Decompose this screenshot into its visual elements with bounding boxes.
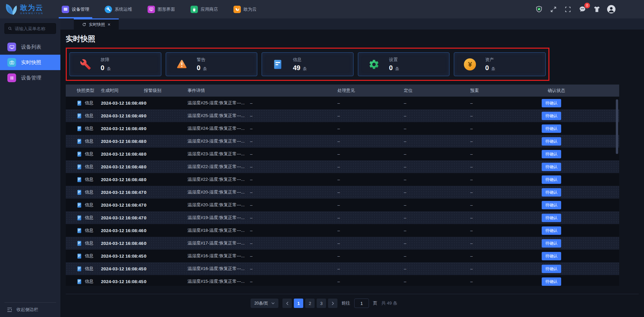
prev-page-button[interactable] [282, 299, 292, 308]
confirm-status-button[interactable]: 待确认 [542, 226, 561, 235]
confirm-status-button[interactable]: 待确认 [542, 124, 561, 133]
stat-card-fault[interactable]: 故障 0条 [69, 52, 161, 76]
page-button-3[interactable]: 3 [317, 299, 326, 308]
plan-cell: – [470, 228, 542, 233]
page-button-2[interactable]: 2 [305, 299, 315, 308]
event-trailing-dash: – [250, 164, 252, 169]
confirm-status-button[interactable]: 待确认 [542, 265, 561, 273]
level-cell: 0 [144, 254, 187, 259]
confirm-status-button[interactable]: 待确认 [542, 214, 561, 222]
page-size-select[interactable]: 20条/页 [251, 299, 278, 308]
level-cell: 0 [144, 241, 187, 246]
close-icon[interactable]: × [108, 22, 110, 27]
menu-search-box[interactable] [4, 23, 56, 34]
info-doc-icon [77, 100, 82, 106]
warning-icon [175, 58, 188, 71]
nav-item-device-management[interactable]: 设备管理 [62, 0, 89, 18]
graphic-interface-icon [148, 6, 155, 13]
plan-cell: – [470, 139, 542, 144]
fullscreen-icon[interactable] [549, 5, 558, 14]
time-cell: 2024-03-12 16:08:46 [101, 241, 144, 246]
divider [4, 302, 56, 303]
next-page-button[interactable] [328, 299, 337, 308]
brand-name: 敢为云 [20, 4, 44, 11]
snapshot-type-label: 信息 [85, 227, 94, 233]
asset-yen-icon: ¥ [464, 58, 476, 71]
table-row[interactable]: 信息 2024-03-12 16:08:45 0 温湿度#15-湿度:恢复正常-… [66, 275, 619, 286]
col-location: 定位 [404, 88, 470, 94]
confirm-status-button[interactable]: 待确认 [542, 137, 561, 146]
confirm-status-button[interactable]: 待确认 [542, 239, 561, 248]
table-row[interactable]: 信息 2024-03-12 16:08:45 0 温湿度#16-温度:恢复正常-… [66, 262, 619, 275]
nav-item-graphic-interface[interactable]: 图形界面 [148, 0, 175, 18]
sidebar-item-device-list[interactable]: 设备列表 [0, 39, 60, 55]
location-cell: – [404, 215, 470, 220]
status-cell: 待确认 [542, 252, 619, 260]
avatar[interactable] [607, 5, 615, 14]
stat-card-info[interactable]: 信息 49条 [262, 52, 354, 76]
time-cell: 2024-03-12 16:08:48 [101, 164, 144, 169]
table-row[interactable]: 信息 2024-03-12 16:08:46 0 温湿度#17-温度:恢复正常-… [66, 237, 619, 250]
info-doc-icon [77, 113, 82, 119]
refresh-icon[interactable] [82, 22, 86, 27]
nav-item-app-store[interactable]: 应用商店 [191, 0, 218, 18]
table-row[interactable]: 信息 2024-03-12 16:08:48 0 温湿度#22-温度:恢复正常-… [66, 173, 619, 186]
snapshot-type-cell: 信息 [66, 202, 101, 208]
stat-unit: 条 [303, 66, 307, 72]
plan-cell: – [470, 177, 542, 182]
table-row[interactable]: 信息 2024-03-12 16:08:47 0 温湿度#20-温度:恢复正常-… [66, 199, 619, 211]
table-scrollbar-thumb[interactable] [616, 99, 618, 154]
page-button-1[interactable]: 1 [294, 299, 303, 308]
nav-item-system-ops[interactable]: 系统运维 [105, 0, 132, 18]
opinion-cell: – [337, 279, 404, 284]
confirm-status-button[interactable]: 待确认 [542, 112, 561, 120]
confirm-status-button[interactable]: 待确认 [542, 163, 561, 171]
table-row[interactable]: 信息 2024-03-12 16:08:49 0 温湿度#24-温度:恢复正常-… [66, 122, 619, 135]
confirm-status-button[interactable]: 待确认 [542, 252, 561, 260]
confirm-status-button[interactable]: 待确认 [542, 99, 561, 107]
info-doc-icon [77, 266, 82, 272]
security-shield-icon[interactable] [535, 5, 543, 14]
table-row[interactable]: 信息 2024-03-12 16:08:48 0 温湿度#22-湿度:恢复正常-… [66, 160, 619, 173]
time-cell: 2024-03-12 16:08:48 [101, 152, 144, 157]
collapse-sidebar-button[interactable]: 收起侧边栏 [0, 307, 60, 313]
tab-realtime-snapshot[interactable]: 实时快照 × [74, 18, 119, 30]
time-cell: 2024-03-12 16:08:49 [101, 126, 144, 131]
level-cell: 0 [144, 101, 187, 106]
event-text: 温湿度#18-温度:恢复正常---... [187, 227, 245, 233]
search-input[interactable] [15, 26, 52, 31]
table-row[interactable]: 信息 2024-03-12 16:08:47 0 温湿度#20-湿度:恢复正常-… [66, 186, 619, 199]
table-row[interactable]: 信息 2024-03-12 16:08:45 0 温湿度#16-湿度:恢复正常-… [66, 250, 619, 262]
confirm-status-button[interactable]: 待确认 [542, 201, 561, 209]
goto-page-input[interactable] [354, 299, 369, 308]
opinion-cell: – [337, 113, 404, 118]
sidebar-item-realtime-snapshot[interactable]: 实时快照 [0, 55, 60, 70]
nav-item-ganweiyun[interactable]: 敢为云 [233, 0, 257, 18]
theme-tshirt-icon[interactable] [592, 5, 601, 14]
nav-label: 图形界面 [158, 6, 175, 12]
stat-card-assets[interactable]: ¥ 资产 0条 [454, 52, 546, 76]
snapshot-type-cell: 信息 [66, 253, 101, 259]
table-row[interactable]: 信息 2024-03-12 16:08:48 0 温湿度#23-湿度:恢复正常-… [66, 135, 619, 148]
stat-card-settings[interactable]: 设置 0条 [358, 52, 450, 76]
screenshot-frame-icon[interactable] [564, 5, 572, 14]
time-cell: 2024-03-12 16:08:45 [101, 279, 144, 284]
table-row[interactable]: 信息 2024-03-12 16:08:47 0 温湿度#19-温度:恢复正常-… [66, 211, 619, 224]
message-icon[interactable]: 0 [578, 5, 587, 14]
status-cell: 待确认 [542, 99, 619, 107]
event-trailing-dash: – [250, 215, 252, 220]
confirm-status-button[interactable]: 待确认 [542, 150, 561, 158]
confirm-status-button[interactable]: 待确认 [542, 175, 561, 184]
sidebar-item-device-management[interactable]: 设备管理 [0, 70, 60, 86]
info-doc-icon [271, 58, 284, 71]
table-row[interactable]: 信息 2024-03-12 16:08:46 0 温湿度#18-温度:恢复正常-… [66, 224, 619, 237]
table-row[interactable]: 信息 2024-03-12 16:08:49 0 温湿度#25-温度:恢复正常-… [66, 109, 619, 122]
table-row[interactable]: 信息 2024-03-12 16:08:49 0 温湿度#25-湿度:恢复正常-… [66, 97, 619, 109]
nav-label: 应用商店 [201, 6, 218, 12]
event-cell: 温湿度#20-温度:恢复正常---... – [187, 202, 337, 208]
confirm-status-button[interactable]: 待确认 [542, 277, 561, 286]
stat-card-warning[interactable]: 警告 0条 [166, 52, 258, 76]
collapse-sidebar-icon [7, 307, 12, 312]
confirm-status-button[interactable]: 待确认 [542, 188, 561, 197]
table-row[interactable]: 信息 2024-03-12 16:08:48 0 温湿度#23-温度:恢复正常-… [66, 148, 619, 160]
